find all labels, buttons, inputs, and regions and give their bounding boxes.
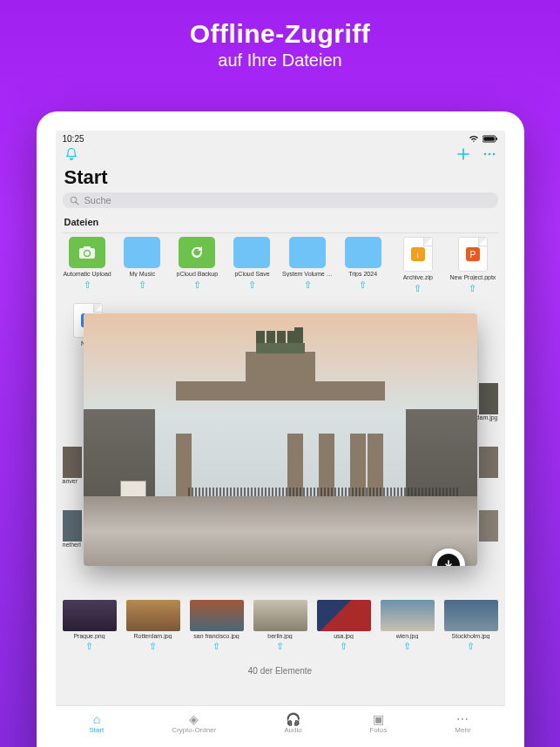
share-icon[interactable]: ⇧ bbox=[469, 283, 476, 294]
folder-label: Automatic Upload bbox=[63, 271, 111, 277]
share-icon[interactable]: ⇧ bbox=[193, 279, 201, 291]
download-icon bbox=[437, 554, 460, 566]
thumb-label: san francisco.jpg bbox=[193, 633, 240, 639]
folder-label: My Music bbox=[129, 271, 155, 277]
folder-icon bbox=[124, 237, 160, 268]
share-icon[interactable]: ⇧ bbox=[85, 641, 93, 652]
tab-label: Crypto-Ordner bbox=[172, 726, 216, 734]
share-icon[interactable]: ⇧ bbox=[467, 641, 475, 652]
thumb-rotterdam[interactable]: Rotterdam.jpg ⇧ bbox=[126, 600, 180, 652]
image-thumbnail bbox=[381, 600, 435, 631]
svg-rect-1 bbox=[483, 137, 494, 140]
status-bar: 10:25 bbox=[56, 131, 505, 145]
svg-point-3 bbox=[483, 153, 486, 156]
image-preview-overlay[interactable] bbox=[84, 313, 477, 566]
share-icon[interactable]: ⇧ bbox=[304, 279, 312, 291]
tab-label: Mehr bbox=[455, 726, 470, 734]
battery-icon bbox=[482, 135, 498, 143]
tab-audio[interactable]: 🎧 Audio bbox=[284, 713, 301, 734]
status-time: 10:25 bbox=[63, 134, 84, 144]
notifications-icon[interactable] bbox=[64, 147, 78, 161]
tab-start[interactable]: ⌂ Start bbox=[89, 713, 104, 734]
tab-fotos[interactable]: ▣ Fotos bbox=[369, 713, 387, 734]
thumb-label: Stockholm.jpg bbox=[452, 633, 490, 639]
tab-bar: ⌂ Start ◈ Crypto-Ordner 🎧 Audio ▣ Fotos … bbox=[56, 705, 505, 740]
share-icon[interactable]: ⇧ bbox=[138, 279, 146, 291]
thumb-label: usa.jpg bbox=[334, 633, 354, 639]
share-icon[interactable]: ⇧ bbox=[359, 279, 367, 291]
thumb-label: netherl bbox=[63, 542, 82, 548]
image-thumbnail bbox=[317, 600, 371, 631]
section-files-label: Dateien bbox=[56, 213, 505, 232]
folder-pcloud-backup[interactable]: pCloud Backup ⇧ bbox=[172, 237, 222, 294]
folder-trips-2024[interactable]: Trips 2024 ⇧ bbox=[338, 237, 388, 294]
files-grid: Automatic Upload ⇧ My Music ⇧ pCloud Bac… bbox=[56, 237, 505, 294]
thumb-label: dam.jpg bbox=[476, 414, 498, 421]
thumb-label: wien.jpg bbox=[396, 633, 419, 639]
folder-pcloud-save[interactable]: pCloud Save ⇧ bbox=[227, 237, 277, 294]
file-archive-zip[interactable]: ↓ Archive.zip ⇧ bbox=[393, 237, 442, 294]
photos-icon: ▣ bbox=[373, 713, 384, 725]
folder-automatic-upload[interactable]: Automatic Upload ⇧ bbox=[63, 237, 112, 294]
folder-system-volume[interactable]: System Volume Inf... ⇧ bbox=[282, 237, 333, 294]
folder-label: pCloud Save bbox=[234, 271, 269, 277]
thumbnail-row: Prague.png ⇧ Rotterdam.jpg ⇧ san francis… bbox=[56, 595, 505, 657]
share-icon[interactable]: ⇧ bbox=[414, 283, 422, 294]
thumb-usa[interactable]: usa.jpg ⇧ bbox=[317, 600, 371, 652]
svg-point-5 bbox=[492, 153, 495, 156]
thumb-berlin[interactable]: berlin.jpg ⇧ bbox=[253, 600, 307, 652]
thumb-san-francisco[interactable]: san francisco.jpg ⇧ bbox=[190, 600, 244, 652]
svg-point-4 bbox=[488, 153, 490, 156]
image-thumbnail bbox=[63, 600, 117, 631]
image-thumbnail bbox=[126, 600, 180, 631]
tab-label: Start bbox=[89, 726, 104, 734]
tablet-frame: 10:25 Start bbox=[37, 111, 524, 747]
share-icon[interactable]: ⇧ bbox=[340, 641, 347, 652]
share-icon[interactable]: ⇧ bbox=[403, 641, 411, 652]
zip-file-icon: ↓ bbox=[403, 237, 433, 272]
thumb-label: Rotterdam.jpg bbox=[134, 633, 172, 639]
top-bar bbox=[56, 145, 505, 165]
folder-icon bbox=[345, 237, 381, 268]
file-new-project-pptx[interactable]: P New Project.pptx ⇧ bbox=[448, 237, 497, 294]
folder-icon bbox=[233, 237, 270, 268]
file-label: Archive.zip bbox=[403, 274, 433, 280]
thumb-stockholm[interactable]: Stockholm.jpg ⇧ bbox=[444, 600, 498, 652]
app-screen: 10:25 Start bbox=[56, 131, 505, 740]
thumb-wien[interactable]: wien.jpg ⇧ bbox=[381, 600, 435, 652]
headphones-icon: 🎧 bbox=[286, 713, 300, 725]
more-icon[interactable] bbox=[482, 147, 496, 161]
tab-label: Fotos bbox=[369, 726, 387, 734]
svg-rect-9 bbox=[84, 246, 91, 249]
share-icon[interactable]: ⇧ bbox=[276, 641, 284, 652]
page-title: Start bbox=[56, 165, 505, 192]
backup-folder-icon bbox=[179, 237, 215, 268]
folder-label: Trips 2024 bbox=[348, 271, 377, 277]
tab-crypto[interactable]: ◈ Crypto-Ordner bbox=[172, 713, 216, 734]
search-placeholder: Suche bbox=[84, 195, 111, 205]
shield-icon: ◈ bbox=[189, 713, 199, 725]
share-icon[interactable]: ⇧ bbox=[84, 279, 91, 291]
share-icon[interactable]: ⇧ bbox=[213, 641, 220, 652]
search-input[interactable]: Suche bbox=[63, 192, 498, 208]
thumb-label: berlin.jpg bbox=[267, 633, 292, 639]
tab-mehr[interactable]: ⋯ Mehr bbox=[455, 713, 470, 734]
thumb-prague[interactable]: Prague.png ⇧ bbox=[63, 600, 117, 652]
folder-icon bbox=[289, 237, 326, 268]
tab-label: Audio bbox=[284, 726, 301, 734]
search-icon bbox=[70, 196, 79, 205]
folder-my-music[interactable]: My Music ⇧ bbox=[118, 237, 167, 294]
promo-banner: Offline-Zugriff auf Ihre Dateien bbox=[0, 0, 560, 71]
share-icon[interactable]: ⇧ bbox=[149, 641, 157, 652]
promo-subtitle: auf Ihre Dateien bbox=[0, 50, 560, 71]
wifi-icon bbox=[469, 135, 479, 143]
add-button[interactable] bbox=[456, 147, 470, 161]
share-icon[interactable]: ⇧ bbox=[248, 279, 256, 291]
item-count: 40 der Elemente bbox=[56, 657, 505, 677]
home-icon: ⌂ bbox=[93, 713, 100, 725]
promo-title: Offline-Zugriff bbox=[0, 19, 560, 49]
image-thumbnail bbox=[253, 600, 307, 631]
svg-rect-2 bbox=[496, 138, 497, 140]
camera-folder-icon bbox=[69, 237, 105, 268]
image-thumbnail bbox=[190, 600, 244, 631]
